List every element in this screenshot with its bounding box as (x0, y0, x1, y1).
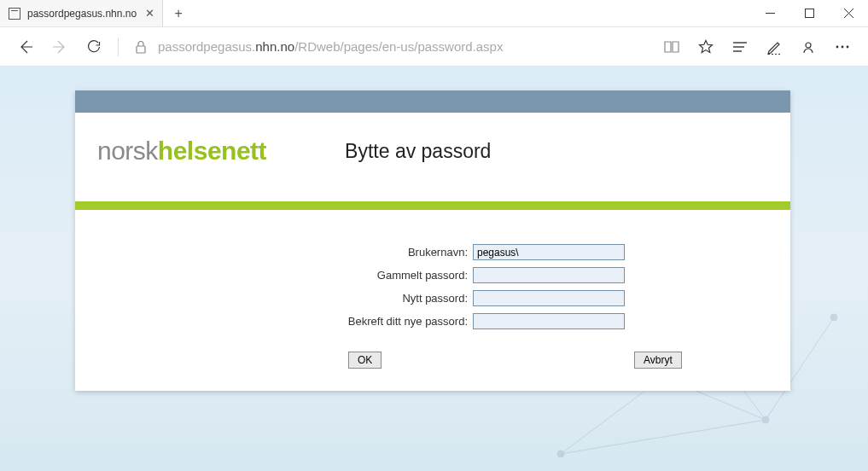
more-icon[interactable] (827, 32, 858, 62)
url-prefix: passordpegasus. (158, 39, 255, 54)
confirm-password-field[interactable] (473, 313, 625, 329)
username-label: Brukernavn: (75, 246, 473, 259)
close-window-button[interactable] (829, 0, 868, 26)
address-bar: passordpegasus.nhn.no/RDweb/pages/en-us/… (0, 27, 868, 67)
page-viewport: norskhelsenett Bytte av passord Brukerna… (0, 67, 868, 471)
close-tab-icon[interactable]: ✕ (143, 8, 155, 20)
hub-icon[interactable] (725, 32, 755, 62)
logo-part1: norsk (97, 137, 158, 165)
panel-top-bar (75, 90, 790, 113)
share-icon[interactable] (793, 32, 824, 62)
ok-button[interactable]: OK (348, 352, 382, 369)
forward-button[interactable] (44, 32, 75, 62)
password-change-panel: norskhelsenett Bytte av passord Brukerna… (75, 90, 790, 391)
username-field[interactable] (473, 244, 625, 260)
divider-bar (75, 201, 790, 210)
window-titlebar: passordpegasus.nhn.no ✕ + (0, 0, 868, 27)
svg-point-23 (830, 314, 837, 321)
svg-point-10 (836, 45, 839, 48)
svg-point-11 (842, 45, 844, 48)
tab-title: passordpegasus.nhn.no (27, 8, 137, 20)
url-path: /RDweb/pages/en-us/password.aspx (294, 39, 503, 54)
notes-icon[interactable] (759, 32, 789, 62)
logo: norskhelsenett (97, 137, 266, 166)
reading-view-icon[interactable] (656, 32, 687, 62)
url-display[interactable]: passordpegasus.nhn.no/RDweb/pages/en-us/… (158, 39, 653, 54)
browser-tab[interactable]: passordpegasus.nhn.no ✕ (0, 0, 163, 26)
svg-point-19 (557, 451, 564, 457)
old-password-field[interactable] (473, 267, 625, 283)
maximize-button[interactable] (789, 0, 829, 26)
svg-point-9 (806, 43, 811, 48)
svg-rect-4 (137, 46, 145, 53)
new-password-field[interactable] (473, 290, 625, 306)
old-password-label: Gammelt passord: (75, 269, 473, 282)
svg-point-22 (762, 416, 769, 423)
separator (118, 38, 119, 56)
svg-rect-1 (805, 9, 813, 18)
lock-icon (127, 40, 154, 54)
new-tab-button[interactable]: + (163, 0, 194, 26)
favorite-icon[interactable] (690, 32, 721, 62)
svg-line-18 (561, 420, 766, 454)
cancel-button[interactable]: Avbryt (634, 352, 682, 369)
confirm-password-label: Bekreft ditt nye passord: (75, 315, 473, 328)
url-host: nhn.no (255, 39, 294, 54)
page-icon (9, 8, 20, 20)
password-form: Brukernavn: Gammelt passord: Nytt passor… (75, 210, 790, 391)
logo-part2: helsenett (158, 137, 266, 165)
new-password-label: Nytt passord: (75, 292, 473, 305)
svg-point-12 (847, 45, 849, 48)
refresh-button[interactable] (79, 32, 109, 62)
page-title: Bytte av passord (345, 140, 491, 163)
back-button[interactable] (10, 32, 41, 62)
minimize-button[interactable] (750, 0, 789, 26)
